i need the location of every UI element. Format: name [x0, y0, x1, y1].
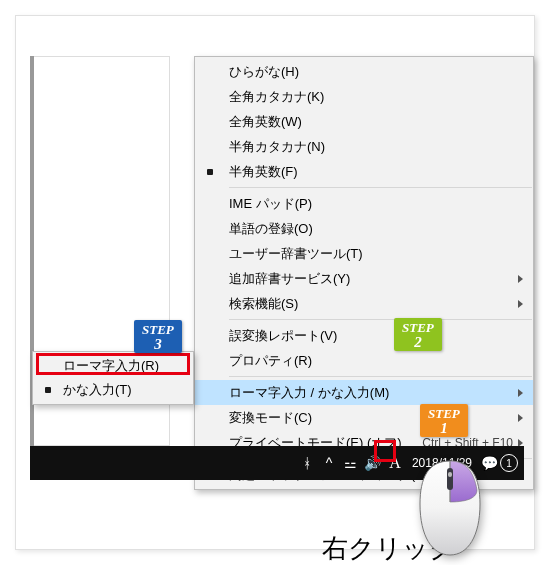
checked-icon [45, 387, 51, 393]
network-icon[interactable]: ⚍ [340, 455, 362, 471]
menu-label: 半角英数(F) [229, 163, 298, 181]
checked-icon [207, 169, 213, 175]
submenu-arrow-icon [518, 414, 523, 422]
step-word: STEP [402, 321, 434, 335]
romaji-kana-submenu: ローマ字入力(R) かな入力(T) [32, 351, 194, 405]
menu-search[interactable]: 検索機能(S) [195, 291, 533, 316]
submenu-arrow-icon [518, 300, 523, 308]
menu-label: プロパティ(R) [229, 352, 312, 370]
menu-label: 変換モード(C) [229, 409, 312, 427]
step-2-badge: STEP2 [394, 318, 442, 351]
mouse-illustration [414, 458, 486, 558]
menu-label: 追加辞書サービス(Y) [229, 270, 350, 288]
menu-misconv-report[interactable]: 誤変換レポート(V) [195, 323, 533, 348]
taskbar-badge[interactable]: 1 [500, 454, 518, 472]
svg-rect-1 [447, 468, 453, 490]
step-word: STEP [142, 323, 174, 337]
menu-label: かな入力(T) [63, 381, 132, 399]
menu-half-katakana[interactable]: 半角カタカナ(N) [195, 134, 533, 159]
menu-full-alnum[interactable]: 全角英数(W) [195, 109, 533, 134]
menu-conv-mode[interactable]: 変換モード(C) [195, 405, 533, 430]
menu-register-word[interactable]: 単語の登録(O) [195, 216, 533, 241]
chevron-up-icon[interactable]: ^ [318, 455, 340, 471]
menu-label: ユーザー辞書ツール(T) [229, 245, 363, 263]
submenu-arrow-icon [518, 275, 523, 283]
people-icon[interactable]: ᚼ [296, 455, 318, 471]
svg-rect-2 [448, 472, 452, 477]
step-number: 1 [440, 421, 448, 435]
step-1-badge: STEP1 [420, 404, 468, 437]
menu-separator [229, 319, 532, 320]
step-word: STEP [428, 407, 460, 421]
menu-full-katakana[interactable]: 全角カタカナ(K) [195, 84, 533, 109]
step-number: 3 [154, 337, 162, 351]
menu-label: 全角カタカナ(K) [229, 88, 324, 106]
ime-mode-icon[interactable]: A [384, 454, 406, 472]
menu-extra-dict[interactable]: 追加辞書サービス(Y) [195, 266, 533, 291]
menu-hiragana[interactable]: ひらがな(H) [195, 59, 533, 84]
submenu-kana[interactable]: かな入力(T) [33, 378, 193, 402]
menu-ime-pad[interactable]: IME パッド(P) [195, 191, 533, 216]
submenu-romaji[interactable]: ローマ字入力(R) [33, 354, 193, 378]
menu-label: 単語の登録(O) [229, 220, 313, 238]
volume-icon[interactable]: 🔊 [362, 455, 384, 471]
menu-label: 半角カタカナ(N) [229, 138, 325, 156]
menu-half-alnum[interactable]: 半角英数(F) [195, 159, 533, 184]
menu-romaji-kana[interactable]: ローマ字入力 / かな入力(M) [195, 380, 533, 405]
menu-separator [229, 187, 532, 188]
menu-label: 全角英数(W) [229, 113, 302, 131]
menu-user-dict[interactable]: ユーザー辞書ツール(T) [195, 241, 533, 266]
menu-label: 誤変換レポート(V) [229, 327, 337, 345]
menu-label: ローマ字入力 / かな入力(M) [229, 384, 389, 402]
submenu-arrow-icon [518, 389, 523, 397]
step-number: 2 [414, 335, 422, 349]
menu-properties[interactable]: プロパティ(R) [195, 348, 533, 373]
menu-label: 検索機能(S) [229, 295, 298, 313]
ime-context-menu: ひらがな(H) 全角カタカナ(K) 全角英数(W) 半角カタカナ(N) 半角英数… [194, 56, 534, 490]
menu-label: IME パッド(P) [229, 195, 312, 213]
step-3-badge: STEP3 [134, 320, 182, 353]
menu-label: ひらがな(H) [229, 63, 299, 81]
menu-label: ローマ字入力(R) [63, 357, 159, 375]
screenshot-canvas: ひらがな(H) 全角カタカナ(K) 全角英数(W) 半角カタカナ(N) 半角英数… [15, 15, 535, 550]
menu-separator [229, 376, 532, 377]
